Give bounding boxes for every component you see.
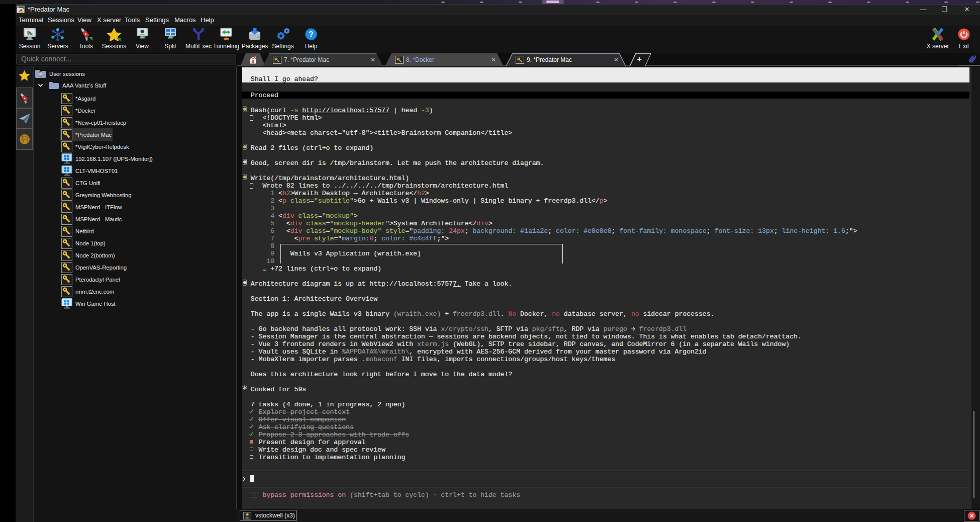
svg-text:?: ? — [309, 30, 314, 39]
